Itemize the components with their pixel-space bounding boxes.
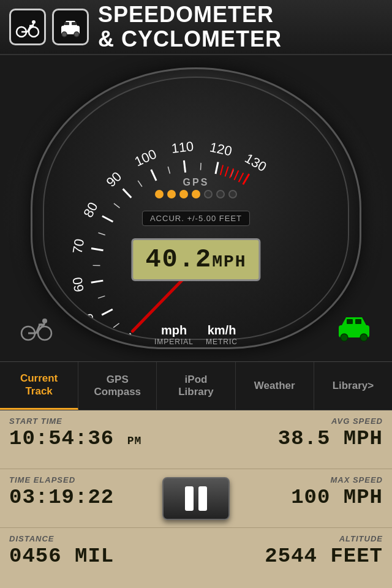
data-panel: START TIME 10:54:36 PM AVG SPEED 38.5 MP… — [0, 410, 392, 588]
svg-line-61 — [239, 173, 244, 182]
gps-dot-5 — [204, 190, 213, 198]
car-mode-icon[interactable] — [336, 310, 372, 346]
svg-line-23 — [102, 309, 113, 315]
svg-line-48 — [99, 233, 105, 235]
reset-icon — [62, 94, 87, 118]
svg-line-57 — [221, 165, 223, 175]
reset-button[interactable] — [59, 91, 90, 121]
svg-text:90: 90 — [103, 168, 124, 190]
tab-current-track[interactable]: CurrentTrack — [0, 362, 78, 410]
settings-icon — [305, 94, 330, 118]
svg-line-59 — [230, 168, 233, 178]
gps-dots — [155, 190, 237, 198]
avg-speed-label: AVG SPEED — [331, 417, 383, 426]
max-speed-value: 100 MPH — [291, 486, 383, 509]
svg-line-27 — [91, 249, 104, 251]
data-row-3: DISTANCE 0456 MIL ALTITUDE 2544 FEET — [0, 528, 392, 587]
pause-cell — [153, 469, 239, 527]
gps-dot-3 — [179, 190, 188, 198]
altitude-value: 2544 FEET — [265, 545, 383, 568]
svg-line-52 — [201, 163, 202, 170]
settings-button[interactable] — [302, 91, 333, 121]
start-time-value: 10:54:36 PM — [9, 427, 187, 450]
tab-gps-compass[interactable]: GPSCompass — [78, 362, 157, 410]
svg-text:120: 120 — [208, 139, 233, 159]
pause-button[interactable] — [162, 477, 230, 520]
data-row-2: TIME ELAPSED 03:19:22 MAX SPEED 100 MPH — [0, 469, 392, 528]
svg-line-49 — [114, 203, 119, 208]
svg-point-68 — [42, 318, 47, 323]
app-title: SPEEDOMETER & CYCLOMETER — [98, 2, 282, 51]
svg-line-37 — [216, 162, 218, 174]
max-speed-cell: MAX SPEED 100 MPH — [239, 469, 392, 527]
header-icons — [9, 9, 89, 45]
altitude-label: ALTITUDE — [339, 534, 383, 543]
speed-value: 40.2MPH — [145, 245, 246, 274]
svg-rect-64 — [311, 105, 315, 107]
gps-dot-4 — [192, 190, 200, 198]
svg-rect-65 — [320, 105, 323, 107]
gps-dot-2 — [167, 190, 176, 198]
svg-rect-9 — [64, 22, 69, 25]
svg-line-29 — [102, 216, 113, 222]
svg-text:50: 50 — [80, 311, 100, 331]
data-row-1: START TIME 10:54:36 PM AVG SPEED 38.5 MP… — [0, 410, 392, 469]
imperial-sublabel: IMPERIAL — [154, 337, 194, 346]
svg-text:100: 100 — [132, 146, 159, 169]
car-mode-svg — [336, 310, 372, 344]
svg-point-77 — [341, 334, 348, 341]
svg-text:60: 60 — [69, 276, 86, 293]
bike-mode-icon[interactable] — [20, 310, 53, 346]
svg-point-11 — [62, 32, 67, 37]
time-elapsed-value: 03:19:22 — [9, 486, 144, 509]
metric-sublabel: METRIC — [206, 337, 238, 346]
car-icon-header — [58, 15, 83, 39]
tab-library[interactable]: Library> — [314, 362, 392, 410]
gps-label: GPS — [183, 177, 209, 188]
svg-text:110: 110 — [170, 138, 194, 156]
svg-point-2 — [32, 20, 36, 24]
distance-value: 0456 MIL — [9, 545, 187, 568]
svg-rect-75 — [347, 319, 353, 324]
pause-bar-left — [185, 486, 194, 511]
svg-line-31 — [123, 189, 132, 197]
svg-line-46 — [98, 296, 105, 298]
svg-line-25 — [91, 281, 104, 282]
pause-bar-right — [198, 486, 207, 511]
svg-marker-62 — [81, 97, 85, 105]
unit-selector: mph IMPERIAL km/h METRIC — [154, 323, 238, 346]
svg-line-21 — [123, 334, 131, 339]
svg-point-78 — [360, 334, 368, 341]
bicycle-mode-svg — [20, 310, 53, 344]
tab-ipod-library[interactable]: iPodLibrary — [157, 362, 235, 410]
start-time-label: START TIME — [9, 417, 187, 426]
svg-line-45 — [113, 323, 119, 328]
altitude-cell: ALTITUDE 2544 FEET — [196, 528, 392, 587]
avg-speed-cell: AVG SPEED 38.5 MPH — [196, 410, 392, 469]
svg-line-50 — [138, 181, 142, 187]
distance-cell: DISTANCE 0456 MIL — [0, 528, 196, 587]
imperial-unit[interactable]: mph IMPERIAL — [154, 323, 194, 346]
start-time-cell: START TIME 10:54:36 PM — [0, 410, 196, 469]
time-elapsed-cell: TIME ELAPSED 03:19:22 — [0, 469, 153, 527]
svg-line-58 — [225, 167, 228, 176]
svg-text:70: 70 — [69, 238, 87, 255]
metric-unit[interactable]: km/h METRIC — [206, 323, 238, 346]
svg-line-51 — [168, 167, 170, 173]
gauge-inner: 0 10 20 30 40 — [43, 77, 349, 340]
gps-dot-7 — [228, 190, 237, 198]
gps-dot-6 — [216, 190, 225, 198]
svg-line-60 — [234, 170, 238, 179]
gauge-outer: 0 10 20 30 40 — [31, 67, 361, 349]
svg-line-35 — [184, 160, 185, 173]
bike-icon-box — [9, 9, 46, 45]
car-icon-box — [52, 9, 89, 45]
speed-display: 40.2MPH — [131, 238, 260, 281]
bicycle-icon — [15, 15, 40, 39]
svg-point-12 — [74, 32, 79, 37]
accuracy-display: ACCUR. +/-5.00 FEET — [142, 211, 250, 226]
max-speed-label: MAX SPEED — [330, 475, 383, 484]
svg-line-39 — [243, 174, 249, 184]
app-header: SPEEDOMETER & CYCLOMETER — [0, 0, 392, 55]
tab-weather[interactable]: Weather — [236, 362, 314, 410]
